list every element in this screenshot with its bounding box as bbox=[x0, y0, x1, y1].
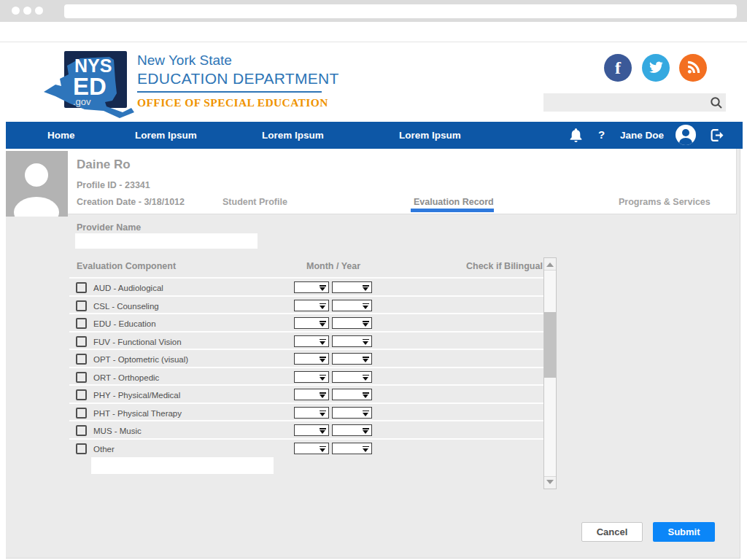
year-select[interactable] bbox=[332, 317, 372, 329]
window-dot-icon[interactable] bbox=[12, 7, 20, 15]
search-icon[interactable] bbox=[710, 96, 723, 109]
evaluation-row: OPT - Optometric (visual) bbox=[69, 349, 543, 367]
column-header-component: Evaluation Component bbox=[77, 261, 176, 271]
nav-item-lorem-3[interactable]: Lorem Ipsum bbox=[399, 130, 461, 141]
scrollbar-thumb[interactable] bbox=[544, 312, 556, 378]
rss-icon[interactable] bbox=[679, 54, 707, 82]
nysed-logo[interactable]: NYS ED .gov bbox=[42, 48, 137, 121]
scrollbar-down-arrow-icon[interactable] bbox=[544, 476, 556, 489]
submit-button[interactable]: Submit bbox=[653, 522, 715, 542]
column-header-month-year: Month / Year bbox=[306, 261, 360, 271]
dropdown-caret-icon bbox=[363, 392, 369, 398]
dropdown-caret-icon bbox=[363, 357, 369, 362]
component-checkbox[interactable] bbox=[76, 389, 87, 400]
browser-chrome bbox=[0, 0, 747, 22]
student-profile-header: Daine Ro Profile ID - 23341 Creation Dat… bbox=[6, 149, 737, 214]
twitter-icon[interactable] bbox=[642, 54, 670, 82]
dropdown-caret-icon bbox=[320, 446, 326, 452]
dropdown-caret-icon bbox=[363, 411, 369, 416]
dropdown-caret-icon bbox=[363, 321, 369, 327]
dropdown-caret-icon bbox=[320, 357, 326, 362]
nav-item-home[interactable]: Home bbox=[47, 130, 75, 141]
creation-date: Creation Date - 3/18/1012 bbox=[77, 197, 185, 207]
profile-id: Profile ID - 23341 bbox=[77, 180, 150, 190]
component-checkbox[interactable] bbox=[76, 354, 87, 365]
logout-icon[interactable] bbox=[710, 128, 724, 142]
evaluation-row: PHT - Physical Therapy bbox=[69, 402, 543, 421]
nav-item-lorem-1[interactable]: Lorem Ipsum bbox=[135, 130, 197, 141]
component-checkbox[interactable] bbox=[76, 318, 87, 329]
tab-programs-services[interactable]: Programs & Services bbox=[619, 197, 711, 207]
search-input[interactable] bbox=[548, 95, 705, 110]
dropdown-caret-icon bbox=[363, 285, 369, 291]
agency-line2: EDUCATION DEPARTMENT bbox=[137, 69, 339, 88]
month-select[interactable] bbox=[294, 353, 329, 365]
student-name: Daine Ro bbox=[77, 158, 131, 172]
provider-name-input[interactable] bbox=[75, 233, 258, 249]
vertical-scrollbar[interactable] bbox=[543, 257, 557, 489]
component-checkbox[interactable] bbox=[76, 408, 87, 419]
cancel-button[interactable]: Cancel bbox=[581, 522, 643, 542]
other-description-input[interactable] bbox=[91, 457, 274, 474]
month-select[interactable] bbox=[294, 281, 329, 293]
year-select[interactable] bbox=[332, 335, 372, 347]
scrollbar-up-arrow-icon[interactable] bbox=[544, 258, 556, 271]
evaluation-component-label: ORT - Orthopedic bbox=[93, 373, 159, 382]
window-dot-icon[interactable] bbox=[23, 7, 31, 15]
month-select[interactable] bbox=[294, 317, 329, 329]
dropdown-caret-icon bbox=[320, 339, 326, 345]
month-select[interactable] bbox=[294, 389, 329, 400]
site-search bbox=[543, 93, 726, 112]
facebook-icon[interactable]: f bbox=[604, 54, 632, 82]
address-bar[interactable] bbox=[64, 4, 737, 18]
component-checkbox[interactable] bbox=[76, 372, 87, 383]
month-select[interactable] bbox=[294, 443, 329, 454]
dropdown-caret-icon bbox=[320, 285, 326, 291]
year-select[interactable] bbox=[332, 281, 372, 293]
tab-student-profile[interactable]: Student Profile bbox=[222, 197, 287, 207]
window-dot-icon[interactable] bbox=[35, 7, 43, 15]
evaluation-component-label: PHT - Physical Therapy bbox=[93, 409, 182, 418]
component-checkbox[interactable] bbox=[76, 300, 87, 311]
dropdown-caret-icon bbox=[363, 339, 369, 345]
user-avatar-icon[interactable] bbox=[676, 125, 696, 145]
agency-divider bbox=[137, 91, 322, 93]
year-select[interactable] bbox=[332, 300, 372, 311]
component-checkbox[interactable] bbox=[76, 425, 87, 436]
evaluation-row: Other bbox=[69, 438, 543, 456]
evaluation-component-label: CSL - Counseling bbox=[93, 302, 159, 311]
month-select[interactable] bbox=[294, 424, 329, 436]
month-select[interactable] bbox=[294, 371, 329, 383]
browser-window: NYS ED .gov New York State EDUCATION DEP… bbox=[0, 0, 747, 560]
column-header-bilingual: Check if Bilingual bbox=[466, 261, 543, 271]
year-select[interactable] bbox=[332, 443, 372, 454]
month-select[interactable] bbox=[294, 335, 329, 347]
office-title: OFFICE OF SPECIAL EDUCATION bbox=[137, 96, 339, 109]
evaluation-component-label: OPT - Optometric (visual) bbox=[93, 355, 188, 364]
evaluation-component-label: PHY - Physical/Medical bbox=[93, 391, 180, 400]
evaluation-component-label: Other bbox=[93, 445, 115, 454]
agency-line1: New York State bbox=[137, 52, 339, 69]
evaluation-component-label: MUS - Music bbox=[93, 427, 142, 435]
notifications-bell-icon[interactable] bbox=[570, 128, 582, 142]
dropdown-caret-icon bbox=[363, 446, 369, 452]
dropdown-caret-icon bbox=[320, 428, 326, 434]
year-select[interactable] bbox=[332, 424, 372, 436]
dropdown-caret-icon bbox=[363, 428, 369, 434]
help-icon[interactable]: ? bbox=[598, 128, 605, 141]
nav-item-lorem-2[interactable]: Lorem Ipsum bbox=[262, 130, 324, 141]
month-select[interactable] bbox=[294, 300, 329, 311]
evaluation-row: PHY - Physical/Medical bbox=[69, 384, 543, 402]
year-select[interactable] bbox=[332, 407, 372, 419]
component-checkbox[interactable] bbox=[76, 282, 87, 293]
year-select[interactable] bbox=[332, 353, 372, 365]
year-select[interactable] bbox=[332, 371, 372, 383]
content-area: Daine Ro Profile ID - 23341 Creation Dat… bbox=[6, 149, 740, 559]
year-select[interactable] bbox=[332, 389, 372, 400]
logged-in-user[interactable]: Jane Doe bbox=[620, 130, 664, 141]
component-checkbox[interactable] bbox=[76, 443, 87, 454]
month-select[interactable] bbox=[294, 407, 329, 419]
tab-evaluation-record[interactable]: Evaluation Record bbox=[414, 197, 494, 207]
dropdown-caret-icon bbox=[320, 411, 326, 416]
component-checkbox[interactable] bbox=[76, 336, 87, 347]
